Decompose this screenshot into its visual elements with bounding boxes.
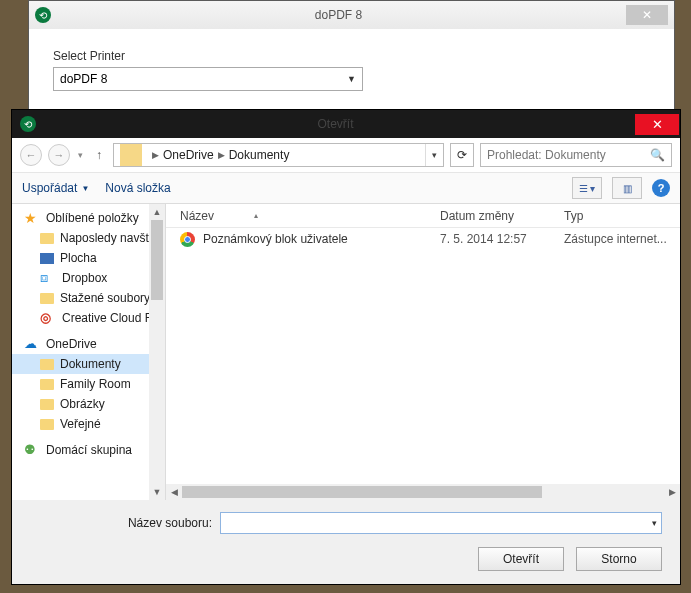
breadcrumb-onedrive[interactable]: OneDrive bbox=[163, 148, 214, 162]
nav-forward-button[interactable]: → bbox=[48, 144, 70, 166]
tree-dropbox[interactable]: ⧈Dropbox bbox=[12, 268, 165, 288]
folder-icon bbox=[40, 419, 54, 430]
scroll-down-icon[interactable]: ▼ bbox=[149, 484, 165, 500]
creative-cloud-icon: ◎ bbox=[40, 310, 56, 326]
nav-tree: ★Oblíbené položky Naposledy navšt Plocha… bbox=[12, 204, 166, 500]
dropbox-icon: ⧈ bbox=[40, 270, 56, 286]
tree-creative-cloud[interactable]: ◎Creative Cloud Fi bbox=[12, 308, 165, 328]
folder-icon bbox=[40, 293, 54, 304]
column-date[interactable]: Datum změny bbox=[426, 209, 550, 223]
dialog-app-icon: ⟲ bbox=[20, 116, 36, 132]
filename-input[interactable]: ▾ bbox=[220, 512, 662, 534]
nav-row: ← → ▾ ↑ ▶ OneDrive ▶ Dokumenty ▾ ⟳ Prohl… bbox=[12, 138, 680, 172]
file-type-cell: Zástupce internet... bbox=[550, 232, 680, 246]
file-date-cell: 7. 5. 2014 12:57 bbox=[426, 232, 550, 246]
organize-menu[interactable]: Uspořádat ▼ bbox=[22, 181, 89, 195]
tree-recent[interactable]: Naposledy navšt bbox=[12, 228, 165, 248]
view-mode-button[interactable]: ☰ ▾ bbox=[572, 177, 602, 199]
dialog-titlebar[interactable]: ⟲ Otevřít ✕ bbox=[12, 110, 680, 138]
tree-pictures[interactable]: Obrázky bbox=[12, 394, 165, 414]
tree-scrollbar[interactable]: ▲ ▼ bbox=[149, 204, 165, 500]
new-folder-button[interactable]: Nová složka bbox=[105, 181, 170, 195]
folder-icon bbox=[120, 144, 142, 166]
scroll-left-icon[interactable]: ◀ bbox=[166, 487, 182, 497]
file-open-dialog: ⟲ Otevřít ✕ ← → ▾ ↑ ▶ OneDrive ▶ Dokumen… bbox=[12, 110, 680, 584]
tree-favorites[interactable]: ★Oblíbené položky bbox=[12, 208, 165, 228]
dialog-close-button[interactable]: ✕ bbox=[635, 114, 679, 135]
dialog-button-row: Otevřít Storno bbox=[12, 540, 680, 584]
refresh-button[interactable]: ⟳ bbox=[450, 143, 474, 167]
onedrive-icon: ☁ bbox=[24, 336, 40, 352]
nav-history-dropdown[interactable]: ▾ bbox=[76, 150, 85, 160]
scrollbar-thumb[interactable] bbox=[182, 486, 542, 498]
dopdf-close-button[interactable]: ✕ bbox=[626, 5, 668, 25]
chevron-down-icon: ▾ bbox=[652, 518, 657, 528]
dopdf-title: doPDF 8 bbox=[51, 8, 626, 22]
dialog-title: Otevřít bbox=[36, 117, 635, 131]
list-header: Název▴ Datum změny Typ bbox=[166, 204, 680, 228]
scroll-up-icon[interactable]: ▲ bbox=[149, 204, 165, 220]
desktop-icon bbox=[40, 253, 54, 264]
scroll-right-icon[interactable]: ▶ bbox=[664, 487, 680, 497]
preview-pane-button[interactable]: ▥ bbox=[612, 177, 642, 199]
file-list: Název▴ Datum změny Typ Poznámkový blok u… bbox=[166, 204, 680, 500]
column-name[interactable]: Název▴ bbox=[166, 209, 426, 223]
search-placeholder: Prohledat: Dokumenty bbox=[487, 148, 606, 162]
printer-select[interactable]: doPDF 8 ▼ bbox=[53, 67, 363, 91]
folder-icon bbox=[40, 233, 54, 244]
tree-homegroup[interactable]: ⚉Domácí skupina bbox=[12, 440, 165, 460]
dopdf-titlebar: ⟲ doPDF 8 ✕ bbox=[29, 1, 674, 29]
filename-row: Název souboru: ▾ bbox=[12, 500, 680, 540]
breadcrumb[interactable]: ▶ OneDrive ▶ Dokumenty ▾ bbox=[113, 143, 444, 167]
scrollbar-thumb[interactable] bbox=[151, 220, 163, 300]
breadcrumb-dropdown[interactable]: ▾ bbox=[425, 144, 443, 166]
tree-onedrive[interactable]: ☁OneDrive bbox=[12, 334, 165, 354]
column-type[interactable]: Typ bbox=[550, 209, 680, 223]
breadcrumb-dokumenty[interactable]: Dokumenty bbox=[229, 148, 290, 162]
chevron-down-icon: ▼ bbox=[81, 184, 89, 193]
file-name-cell: Poznámkový blok uživatele bbox=[166, 232, 426, 247]
folder-icon bbox=[40, 359, 54, 370]
tree-desktop[interactable]: Plocha bbox=[12, 248, 165, 268]
sort-indicator-icon: ▴ bbox=[254, 211, 258, 220]
tree-downloads[interactable]: Stažené soubory bbox=[12, 288, 165, 308]
filename-label: Název souboru: bbox=[30, 516, 220, 530]
toolbar: Uspořádat ▼ Nová složka ☰ ▾ ▥ ? bbox=[12, 172, 680, 204]
search-icon: 🔍 bbox=[650, 148, 665, 162]
homegroup-icon: ⚉ bbox=[24, 442, 40, 458]
content-area: ★Oblíbené položky Naposledy navšt Plocha… bbox=[12, 204, 680, 500]
list-h-scrollbar[interactable]: ◀ ▶ bbox=[166, 484, 680, 500]
folder-icon bbox=[40, 379, 54, 390]
tree-public[interactable]: Veřejné bbox=[12, 414, 165, 434]
chevron-right-icon: ▶ bbox=[148, 150, 163, 160]
select-printer-label: Select Printer bbox=[53, 49, 650, 63]
printer-selected-value: doPDF 8 bbox=[60, 72, 107, 86]
open-button[interactable]: Otevřít bbox=[478, 547, 564, 571]
dopdf-app-icon: ⟲ bbox=[35, 7, 51, 23]
folder-icon bbox=[40, 399, 54, 410]
chevron-right-icon: ▶ bbox=[214, 150, 229, 160]
chrome-icon bbox=[180, 232, 195, 247]
tree-documents[interactable]: Dokumenty bbox=[12, 354, 165, 374]
help-button[interactable]: ? bbox=[652, 179, 670, 197]
nav-up-button[interactable]: ↑ bbox=[91, 148, 107, 162]
nav-back-button[interactable]: ← bbox=[20, 144, 42, 166]
cancel-button[interactable]: Storno bbox=[576, 547, 662, 571]
list-item[interactable]: Poznámkový blok uživatele 7. 5. 2014 12:… bbox=[166, 228, 680, 250]
dropdown-caret-icon: ▼ bbox=[347, 74, 356, 84]
star-icon: ★ bbox=[24, 210, 40, 226]
search-input[interactable]: Prohledat: Dokumenty 🔍 bbox=[480, 143, 672, 167]
tree-family-room[interactable]: Family Room bbox=[12, 374, 165, 394]
